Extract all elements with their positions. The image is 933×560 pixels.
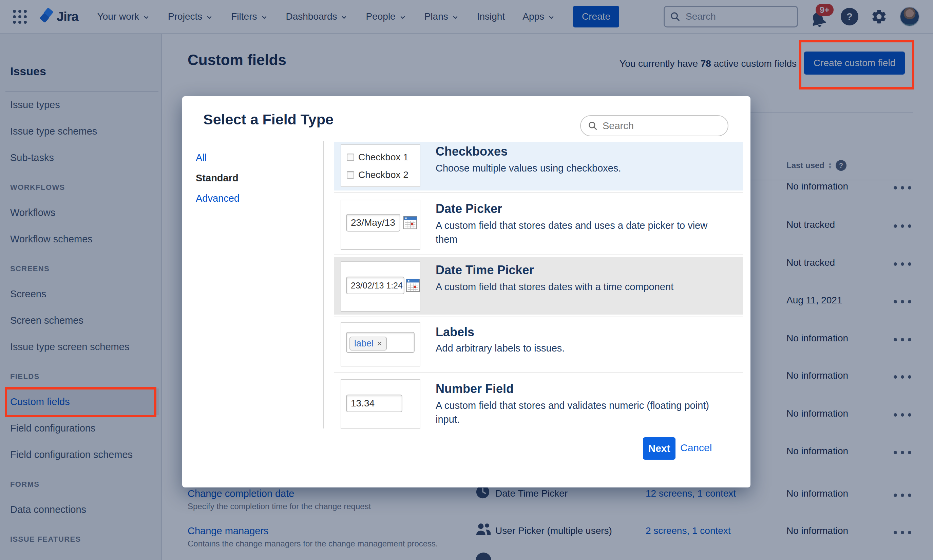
- category-advanced[interactable]: Advanced: [196, 193, 239, 204]
- field-type-description: Add arbitrary labels to issues.: [436, 342, 727, 355]
- remove-tag-icon: ×: [377, 338, 382, 349]
- field-type-name: Date Time Picker: [436, 263, 534, 277]
- field-type-name: Date Picker: [436, 202, 502, 216]
- field-type-option-labels[interactable]: label× Labels Add arbitrary labels to is…: [334, 319, 743, 371]
- field-type-list: Checkbox 1 Checkbox 2 Checkboxes Choose …: [334, 142, 743, 431]
- dialog-search: [580, 115, 728, 136]
- field-type-option-date-picker[interactable]: 23/May/13 Date Picker A custom field tha…: [334, 195, 743, 252]
- jira-admin-custom-fields-page: Jira Your work Projects Filters Dashboar…: [0, 0, 933, 560]
- field-type-option-number-field[interactable]: 13.34 Number Field A custom field that s…: [334, 375, 743, 430]
- labels-preview: label×: [341, 322, 420, 366]
- field-type-description: Choose multiple values using checkboxes.: [436, 162, 727, 175]
- field-type-description: A custom field that stores dates and use…: [436, 218, 721, 246]
- number-field-preview: 13.34: [341, 379, 420, 429]
- dialog-title: Select a Field Type: [203, 111, 333, 128]
- search-icon: [588, 121, 598, 131]
- calendar-icon: [406, 278, 420, 292]
- checkbox-icon: [347, 154, 354, 161]
- select-field-type-dialog: Select a Field Type All Standard Advance…: [182, 96, 751, 488]
- checkbox-icon: [347, 171, 354, 178]
- dialog-search-input[interactable]: [580, 115, 728, 136]
- dialog-divider: [323, 141, 324, 428]
- label-tag: label×: [350, 337, 387, 351]
- checkboxes-preview: Checkbox 1 Checkbox 2: [341, 145, 420, 187]
- date-picker-preview: 23/May/13: [341, 200, 420, 250]
- field-type-name: Checkboxes: [436, 145, 507, 158]
- cancel-button[interactable]: Cancel: [680, 442, 712, 454]
- category-all[interactable]: All: [196, 152, 207, 163]
- field-type-description: A custom field that stores and validates…: [436, 398, 734, 426]
- next-button[interactable]: Next: [643, 437, 675, 460]
- field-type-name: Number Field: [436, 382, 514, 396]
- field-type-option-date-time-picker[interactable]: 23/02/13 1:24 Date Time Picker A custom …: [334, 257, 743, 315]
- date-time-picker-preview: 23/02/13 1:24: [341, 261, 420, 312]
- field-type-description: A custom field that stores dates with a …: [436, 280, 727, 294]
- calendar-icon: [403, 215, 417, 229]
- field-type-name: Labels: [436, 325, 474, 339]
- category-standard[interactable]: Standard: [196, 172, 239, 184]
- field-type-option-checkboxes[interactable]: Checkbox 1 Checkbox 2 Checkboxes Choose …: [334, 142, 743, 191]
